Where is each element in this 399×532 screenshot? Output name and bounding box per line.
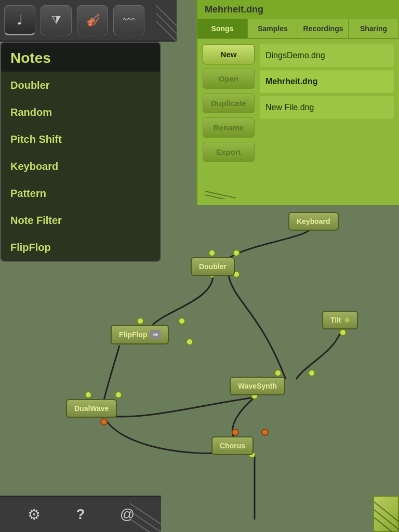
node-label: Keyboard	[297, 217, 330, 225]
notes-item-keyboard[interactable]: Keyboard	[1, 153, 160, 180]
connector-dot[interactable]	[308, 369, 315, 377]
file-list: DingsDemo.dng Mehrheit.dng New File.dng	[260, 44, 394, 179]
node-label: Chorus	[220, 442, 245, 450]
flipflop-arrow: ⇒	[150, 330, 161, 339]
svg-line-3	[205, 191, 236, 198]
instrument-toolbar-btn[interactable]: 🎻	[77, 5, 108, 35]
file-btn-new[interactable]: New	[203, 44, 255, 64]
help-icon: ?	[76, 506, 85, 523]
tab-samples[interactable]: Samples	[248, 19, 298, 38]
tab-songs[interactable]: Songs	[197, 19, 248, 38]
file-panel-title: Mehrheit.dng	[197, 0, 399, 19]
connector-dot-orange[interactable]	[232, 429, 239, 436]
chorus-node[interactable]: Chorus	[211, 436, 254, 455]
notes-toolbar-btn[interactable]: ♩	[4, 5, 35, 35]
file-panel-content: New Open Duplicate Rename Export DingsDe…	[197, 39, 399, 184]
node-label: WaveSynth	[238, 382, 277, 390]
notes-item-flipflop[interactable]: FlipFlop	[1, 234, 160, 261]
connector-dot[interactable]	[115, 391, 122, 398]
tab-recordings[interactable]: Recordings	[298, 19, 349, 38]
dualwave-node[interactable]: DualWave	[66, 399, 117, 418]
tilt-icon: ⊖	[344, 316, 350, 324]
mixer-toolbar-btn[interactable]: ⧩	[41, 5, 72, 35]
notes-dropdown: Notes Doubler Random Pitch Shift Keyboar…	[0, 42, 161, 262]
file-panel: Mehrheit.dng Songs Samples Recordings Sh…	[196, 0, 399, 205]
help-button[interactable]: ?	[66, 500, 95, 529]
doubler-node[interactable]: Doubler	[191, 257, 235, 276]
notes-item-pattern[interactable]: Pattern	[1, 180, 160, 207]
bottom-toolbar: ⚙ ? @	[0, 496, 161, 532]
waveform-toolbar-btn[interactable]: 〰	[113, 5, 144, 35]
keyboard-node[interactable]: Keyboard	[288, 212, 339, 231]
file-actions: New Open Duplicate Rename Export	[203, 44, 255, 179]
mixer-toolbar-icon: ⧩	[51, 14, 61, 27]
notes-toolbar-icon: ♩	[17, 12, 23, 28]
node-label: Doubler	[199, 262, 227, 271]
connector-dot[interactable]	[208, 249, 216, 257]
instrument-toolbar-icon: 🎻	[86, 14, 100, 27]
tab-sharing[interactable]: Sharing	[349, 19, 399, 38]
waveform-toolbar-icon: 〰	[123, 14, 135, 27]
file-panel-tabs: Songs Samples Recordings Sharing	[197, 19, 399, 39]
notes-menu-title: Notes	[10, 50, 51, 66]
file-btn-open[interactable]: Open	[203, 69, 255, 89]
bottom-right-decoration	[373, 496, 399, 532]
connector-dot-orange[interactable]	[261, 429, 269, 436]
connector-dot-orange[interactable]	[100, 418, 108, 425]
connector-dot[interactable]	[186, 338, 193, 345]
bottom-toolbar-decoration	[130, 496, 161, 532]
connector-dot[interactable]	[137, 317, 144, 325]
connector-dot[interactable]	[274, 369, 282, 377]
connector-dot[interactable]	[85, 391, 92, 398]
file-btn-duplicate[interactable]: Duplicate	[203, 93, 255, 113]
settings-button[interactable]: ⚙	[20, 500, 48, 529]
file-btn-rename[interactable]: Rename	[203, 117, 255, 138]
connector-dot	[339, 329, 347, 336]
notes-item-doubler[interactable]: Doubler	[1, 72, 160, 99]
node-label: FlipFlop	[119, 330, 147, 339]
connector-dot[interactable]	[178, 317, 185, 325]
node-label: DualWave	[74, 404, 109, 413]
flipflop-node[interactable]: FlipFlop ⇒	[111, 325, 169, 344]
panel-decoration	[197, 184, 399, 205]
tilt-node[interactable]: Tilt ⊖	[322, 311, 358, 329]
node-label: Tilt	[330, 316, 341, 324]
wavesynth-node[interactable]: WaveSynth	[230, 377, 285, 395]
file-item[interactable]: DingsDemo.dng	[260, 44, 394, 67]
settings-icon: ⚙	[28, 506, 41, 523]
notes-item-pitch-shift[interactable]: Pitch Shift	[1, 126, 160, 153]
toolbar-decoration	[156, 0, 177, 42]
notes-item-note-filter[interactable]: Note Filter	[1, 207, 160, 234]
notes-dropdown-header: Notes	[1, 43, 160, 72]
file-item-selected[interactable]: Mehrheit.dng	[260, 70, 394, 93]
notes-item-random[interactable]: Random	[1, 99, 160, 126]
connector-dot[interactable]	[233, 249, 240, 257]
main-toolbar: ♩ ⧩ 🎻 〰	[0, 0, 177, 42]
file-btn-export[interactable]: Export	[203, 142, 255, 162]
file-item[interactable]: New File.dng	[260, 96, 394, 119]
